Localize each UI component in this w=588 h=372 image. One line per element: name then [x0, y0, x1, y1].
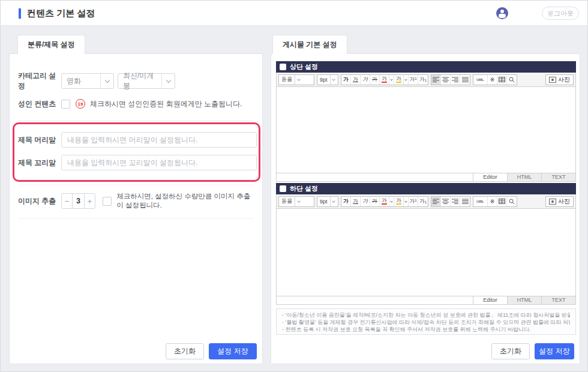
image-count-increment-button[interactable]: +	[84, 193, 95, 209]
title-footer-input[interactable]	[61, 155, 257, 170]
align-justify-icon[interactable]	[460, 197, 470, 206]
save-settings-button[interactable]: 설정 저장	[209, 343, 257, 359]
sub-category-select[interactable]: 최신/미개봉	[118, 73, 175, 89]
adult-content-help: 체크하시면 성인인증된 회원에게만 노출됩니다.	[90, 99, 242, 109]
reset-button[interactable]: 초기화	[491, 343, 530, 359]
align-right-icon[interactable]	[451, 75, 460, 85]
top-editor-toolbar: 돋움 9pt 가 가 가 가 가 가 가¹ 가₁	[276, 73, 576, 87]
url-button[interactable]: URL	[473, 75, 488, 85]
page: 컨텐츠 기본 설정 로그아웃 분류/제목 설정 카테고리 설정 영화 최신/미개…	[0, 0, 588, 372]
strikethrough-button[interactable]: 가	[370, 197, 380, 206]
bottom-editor-checkbox[interactable]	[280, 185, 286, 192]
subscript-button[interactable]: 가₁	[418, 75, 428, 85]
header: 컨텐츠 기본 설정 로그아웃	[1, 1, 587, 26]
format-button-group: 가 가 가 가 가 가 가¹ 가₁	[341, 196, 428, 207]
search-icon[interactable]	[507, 197, 517, 206]
dropdown-arrow-icon[interactable]	[404, 197, 409, 206]
adult-content-label: 성인 컨텐츠	[18, 99, 61, 109]
align-center-icon[interactable]	[441, 75, 451, 85]
text-mode-tab[interactable]: TEXT	[541, 296, 575, 304]
save-settings-button[interactable]: 설정 저장	[535, 343, 574, 359]
font-family-select[interactable]: 돋움	[278, 196, 314, 207]
sub-category-select-value: 최신/미개봉	[118, 71, 161, 91]
photo-button[interactable]: 사진	[545, 196, 574, 207]
category-select[interactable]: 영화	[61, 73, 114, 89]
category-select-value: 영화	[62, 76, 100, 86]
photo-icon	[549, 77, 556, 83]
align-left-icon[interactable]	[431, 197, 441, 206]
dropdown-arrow-icon[interactable]	[404, 75, 409, 85]
adult-content-checkbox[interactable]	[61, 100, 70, 109]
table-icon[interactable]	[497, 197, 507, 206]
top-editor-checkbox[interactable]	[280, 64, 286, 70]
section-divider	[18, 218, 254, 219]
special-char-button[interactable]: ※	[488, 75, 497, 85]
editor-mode-tab[interactable]: Editor	[473, 173, 507, 181]
tab-category-title-settings[interactable]: 분류/제목 설정	[17, 35, 85, 54]
superscript-button[interactable]: 가¹	[409, 75, 418, 85]
chevron-down-icon	[100, 74, 113, 88]
page-title: 컨텐츠 기본 설정	[27, 1, 95, 26]
top-content-editor: 상단 설정 돋움 9pt 가 가 가 가 가 가 가¹ 가₁	[276, 61, 576, 182]
chevron-down-icon	[161, 74, 175, 88]
underline-button[interactable]: 가	[351, 197, 361, 206]
font-size-select[interactable]: 9pt	[317, 196, 338, 207]
bold-button[interactable]: 가	[341, 197, 351, 206]
top-editor-content-area[interactable]	[276, 87, 576, 173]
image-extract-row: 이미지 추출 − 3 + 체크하시면, 설정하신 수량만큼 이미지 추출이 설정…	[18, 193, 257, 209]
title-header-input[interactable]	[61, 132, 257, 148]
superscript-button[interactable]: 가¹	[409, 197, 418, 206]
title-footer-row: 제목 꼬리말	[18, 155, 257, 170]
subscript-button[interactable]: 가₁	[418, 197, 428, 206]
highlight-annotation-box	[13, 122, 260, 182]
editor-mode-tab[interactable]: Editor	[473, 296, 507, 304]
align-button-group	[431, 196, 470, 207]
user-avatar-icon[interactable]	[496, 7, 508, 19]
align-left-icon[interactable]	[431, 75, 441, 85]
dropdown-arrow-icon[interactable]	[389, 75, 394, 85]
logout-button[interactable]: 로그아웃	[542, 7, 579, 20]
text-mode-tab[interactable]: TEXT	[541, 173, 575, 181]
underline-button[interactable]: 가	[351, 75, 361, 85]
format-button-group: 가 가 가 가 가 가 가¹ 가₁	[341, 74, 428, 85]
title-footer-label: 제목 꼬리말	[18, 158, 61, 168]
bottom-editor-toolbar: 돋움 9pt 가 가 가 가 가 가 가¹ 가₁	[276, 194, 576, 209]
font-color-button[interactable]: 가	[380, 197, 389, 206]
highlight-button[interactable]: 가	[394, 197, 404, 206]
html-mode-tab[interactable]: HTML	[507, 173, 541, 181]
highlight-button[interactable]: 가	[394, 75, 404, 85]
tab-post-basic-settings[interactable]: 게시물 기본 설정	[272, 35, 347, 54]
special-char-button[interactable]: ※	[488, 197, 497, 206]
align-center-icon[interactable]	[441, 197, 451, 206]
tools-button-group: URL ※	[473, 74, 517, 85]
chevron-down-icon	[295, 197, 302, 206]
font-color-button[interactable]: 가	[380, 75, 389, 85]
strikethrough-button[interactable]: 가	[370, 75, 380, 85]
title-accent-bar	[19, 8, 21, 19]
photo-button[interactable]: 사진	[545, 74, 574, 85]
tools-button-group: URL ※	[473, 196, 517, 207]
photo-icon	[549, 199, 556, 205]
url-button[interactable]: URL	[473, 197, 488, 206]
font-family-select[interactable]: 돋움	[278, 74, 314, 85]
align-right-icon[interactable]	[451, 197, 460, 206]
search-icon[interactable]	[507, 75, 517, 85]
image-count-decrement-button[interactable]: −	[61, 193, 73, 209]
section-divider	[18, 185, 254, 185]
align-justify-icon[interactable]	[460, 75, 470, 85]
italic-button[interactable]: 가	[361, 197, 370, 206]
image-extract-help: 체크하시면, 설정하신 수량만큼 이미지 추출이 설정됩니다.	[116, 192, 257, 210]
italic-button[interactable]: 가	[361, 75, 370, 85]
table-icon[interactable]	[497, 75, 507, 85]
bottom-editor-content-area[interactable]	[276, 209, 576, 296]
image-extract-checkbox[interactable]	[103, 197, 112, 206]
bold-button[interactable]: 가	[341, 75, 351, 85]
html-mode-tab[interactable]: HTML	[507, 296, 541, 304]
dropdown-arrow-icon[interactable]	[389, 197, 394, 206]
adult-content-row: 성인 컨텐츠 19 체크하시면 성인인증된 회원에게만 노출됩니다.	[18, 98, 257, 109]
reset-button[interactable]: 초기화	[166, 343, 204, 359]
top-editor-mode-tabs: Editor HTML TEXT	[276, 173, 576, 182]
font-size-select[interactable]: 9pt	[317, 74, 338, 85]
right-panel-actions: 초기화 설정 저장	[491, 343, 574, 359]
top-editor-title: 상단 설정	[290, 62, 318, 71]
